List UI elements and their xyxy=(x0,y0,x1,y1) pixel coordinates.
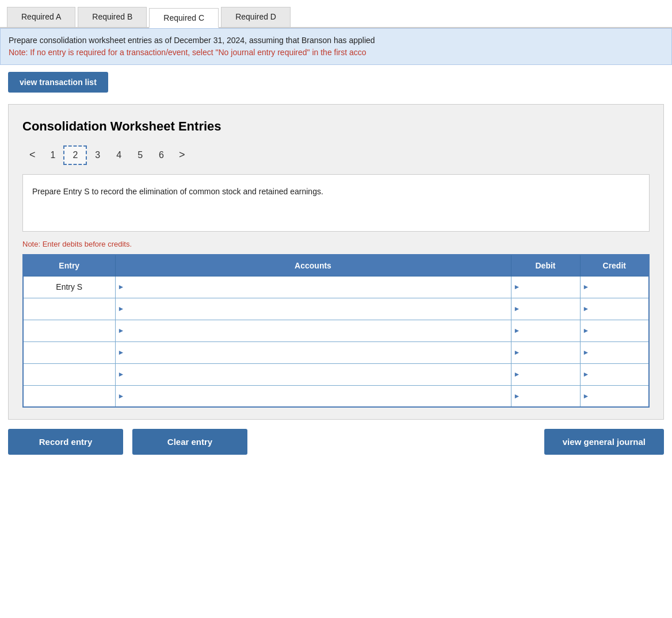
credit-arrow-icon: ► xyxy=(581,283,590,291)
instructions-main-text: Prepare consolidation worksheet entries … xyxy=(9,34,663,47)
row-3-entry-label xyxy=(23,320,115,341)
table-row: ► ► ► xyxy=(23,341,649,363)
row-2-debit-input[interactable] xyxy=(520,301,579,317)
credit-arrow-icon: ► xyxy=(581,327,590,335)
table-row: ► ► ► xyxy=(23,298,649,320)
row-6-credit-input[interactable] xyxy=(589,388,648,404)
account-arrow-icon: ► xyxy=(116,305,125,313)
debit-arrow-icon: ► xyxy=(511,348,521,356)
tab-required-d[interactable]: Required D xyxy=(221,7,291,27)
row-2-credit-input[interactable] xyxy=(589,301,648,317)
credit-arrow-icon: ► xyxy=(581,305,590,313)
row-4-account-cell[interactable]: ► xyxy=(115,341,511,363)
debit-arrow-icon: ► xyxy=(511,305,521,313)
row-5-debit-input[interactable] xyxy=(520,366,579,382)
debit-arrow-icon: ► xyxy=(511,392,521,400)
row-5-account-input[interactable] xyxy=(124,366,510,382)
credit-arrow-icon: ► xyxy=(581,370,590,378)
row-6-debit-cell[interactable]: ► xyxy=(511,385,580,407)
pagination-page-2[interactable]: 2 xyxy=(63,145,87,165)
row-5-debit-cell[interactable]: ► xyxy=(511,363,580,385)
debit-arrow-icon: ► xyxy=(511,283,521,291)
account-arrow-icon: ► xyxy=(116,348,125,356)
row-4-debit-input[interactable] xyxy=(520,344,579,360)
row-4-entry-label xyxy=(23,341,115,363)
credit-arrow-icon: ► xyxy=(581,348,590,356)
debit-arrow-icon: ► xyxy=(511,370,521,378)
row-4-debit-cell[interactable]: ► xyxy=(511,341,580,363)
account-arrow-icon: ► xyxy=(116,370,125,378)
worksheet-container: Consolidation Worksheet Entries < 1 2 3 … xyxy=(8,104,664,420)
pagination-page-1[interactable]: 1 xyxy=(43,147,64,164)
debit-arrow-icon: ► xyxy=(511,327,521,335)
pagination: < 1 2 3 4 5 6 > xyxy=(22,145,650,165)
row-3-account-input[interactable] xyxy=(124,323,510,339)
col-header-accounts: Accounts xyxy=(115,255,511,277)
row-1-credit-input[interactable] xyxy=(589,279,648,295)
table-row: ► ► ► xyxy=(23,320,649,341)
view-transaction-btn-wrap: view transaction list xyxy=(0,65,672,99)
record-entry-button[interactable]: Record entry xyxy=(8,429,123,455)
row-3-account-cell[interactable]: ► xyxy=(115,320,511,341)
table-row: Entry S ► ► ► xyxy=(23,276,649,298)
view-transaction-list-button[interactable]: view transaction list xyxy=(8,72,108,93)
row-5-account-cell[interactable]: ► xyxy=(115,363,511,385)
row-2-credit-cell[interactable]: ► xyxy=(580,298,649,320)
table-row: ► ► ► xyxy=(23,385,649,407)
row-3-credit-cell[interactable]: ► xyxy=(580,320,649,341)
instructions-banner: Prepare consolidation worksheet entries … xyxy=(0,28,672,65)
action-buttons-row: Record entry Clear entry view general jo… xyxy=(8,429,664,455)
pagination-page-4[interactable]: 4 xyxy=(108,147,129,164)
pagination-page-5[interactable]: 5 xyxy=(129,147,151,164)
row-3-debit-cell[interactable]: ► xyxy=(511,320,580,341)
col-header-entry: Entry xyxy=(23,255,115,277)
entry-table: Entry Accounts Debit Credit Entry S ► ► xyxy=(22,254,650,408)
pagination-page-3[interactable]: 3 xyxy=(87,147,108,164)
tab-required-a[interactable]: Required A xyxy=(7,7,75,27)
view-general-journal-button[interactable]: view general journal xyxy=(544,429,664,455)
row-4-account-input[interactable] xyxy=(124,344,510,360)
row-1-account-cell[interactable]: ► xyxy=(115,276,511,298)
instructions-note-text: Note: If no entry is required for a tran… xyxy=(9,47,663,59)
row-1-entry-label: Entry S xyxy=(23,276,115,298)
row-6-account-cell[interactable]: ► xyxy=(115,385,511,407)
row-1-account-input[interactable] xyxy=(124,279,510,295)
row-1-debit-cell[interactable]: ► xyxy=(511,276,580,298)
col-header-credit: Credit xyxy=(580,255,649,277)
row-2-debit-cell[interactable]: ► xyxy=(511,298,580,320)
row-1-debit-input[interactable] xyxy=(520,279,579,295)
col-header-debit: Debit xyxy=(511,255,580,277)
entry-description-text: Prepare Entry S to record the eliminatio… xyxy=(32,187,323,196)
row-6-account-input[interactable] xyxy=(124,388,510,404)
account-arrow-icon: ► xyxy=(116,283,125,291)
row-2-entry-label xyxy=(23,298,115,320)
table-row: ► ► ► xyxy=(23,363,649,385)
worksheet-title: Consolidation Worksheet Entries xyxy=(22,118,650,135)
account-arrow-icon: ► xyxy=(116,327,125,335)
row-6-entry-label xyxy=(23,385,115,407)
row-3-debit-input[interactable] xyxy=(520,323,579,339)
row-6-debit-input[interactable] xyxy=(520,388,579,404)
row-5-entry-label xyxy=(23,363,115,385)
row-1-credit-cell[interactable]: ► xyxy=(580,276,649,298)
tab-required-b[interactable]: Required B xyxy=(78,7,147,27)
account-arrow-icon: ► xyxy=(116,392,125,400)
row-4-credit-cell[interactable]: ► xyxy=(580,341,649,363)
row-3-credit-input[interactable] xyxy=(589,323,648,339)
clear-entry-button[interactable]: Clear entry xyxy=(132,429,247,455)
tabs-bar: Required A Required B Required C Require… xyxy=(0,0,672,28)
pagination-prev-button[interactable]: < xyxy=(22,145,43,164)
row-5-credit-cell[interactable]: ► xyxy=(580,363,649,385)
entry-description-box: Prepare Entry S to record the eliminatio… xyxy=(22,174,650,232)
row-4-credit-input[interactable] xyxy=(589,344,648,360)
row-5-credit-input[interactable] xyxy=(589,366,648,382)
row-6-credit-cell[interactable]: ► xyxy=(580,385,649,407)
tab-required-c[interactable]: Required C xyxy=(149,8,219,28)
debits-note: Note: Enter debits before credits. xyxy=(22,240,650,248)
pagination-page-6[interactable]: 6 xyxy=(151,147,172,164)
row-2-account-input[interactable] xyxy=(124,301,510,317)
credit-arrow-icon: ► xyxy=(581,392,590,400)
row-2-account-cell[interactable]: ► xyxy=(115,298,511,320)
pagination-next-button[interactable]: > xyxy=(172,145,192,164)
